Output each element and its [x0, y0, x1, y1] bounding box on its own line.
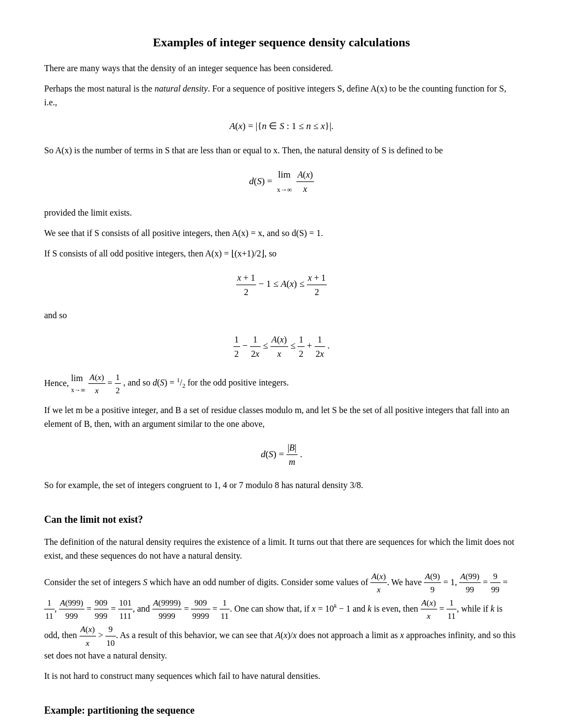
- intro-paragraph-2: Perhaps the most natural is the natural …: [44, 82, 519, 110]
- example-modulo-paragraph: So for example, the set of integers cong…: [44, 479, 519, 493]
- formula-inequality-2-display: 1 2 − 1 2x ≤ A(x) x ≤ 1 2 + 1 2x .: [44, 333, 519, 361]
- section1-title: Can the limit not exist?: [44, 512, 519, 528]
- formula-ds-lim-display: d(S) = limx→∞ A(x) x: [44, 168, 519, 197]
- modulo-paragraph: If we let m be a positive integer, and B…: [44, 404, 519, 431]
- formula-inequality-1-display: x + 1 2 − 1 ≤ A(x) ≤ x + 1 2: [44, 271, 519, 299]
- hence-prefix: Hence,: [44, 378, 71, 387]
- and-so-label: and so: [44, 309, 519, 323]
- we-see-paragraph: We see that if S consists of all positiv…: [44, 227, 519, 240]
- formula-ds-lim: d(S) = limx→∞ A(x) x: [249, 176, 314, 186]
- formula-ax-display: A(x) = |{n ∈ S : 1 ≤ n ≤ x}|.: [44, 119, 519, 133]
- section2-paragraph-1: Consider the sequence of numbers, S, whi…: [44, 726, 519, 728]
- formula-inequality-1: x + 1 2 − 1 ≤ A(x) ≤ x + 1 2: [236, 279, 327, 289]
- formula-ds-B: d(S) = |B| m .: [261, 449, 302, 459]
- formula-ds-B-display: d(S) = |B| m .: [44, 441, 519, 469]
- section1-paragraph-3: It is not hard to construct many sequenc…: [44, 670, 519, 683]
- section2-title: Example: partitioning the sequence: [44, 703, 519, 719]
- hence-suffix: , and so d(S) = 1/2 for the odd positive…: [123, 378, 289, 387]
- hence-paragraph: Hence, limx→∞ A(x) x = 1 2 , and so d(S)…: [44, 371, 519, 397]
- intro2-prefix: Perhaps the most natural is the: [44, 84, 155, 93]
- if-odd-paragraph: If S consists of all odd positive intege…: [44, 247, 519, 261]
- so-ax-paragraph: So A(x) is the number of terms in S that…: [44, 144, 519, 158]
- section1-paragraph-1: The definition of the natural density re…: [44, 536, 519, 563]
- page-title: Examples of integer sequence density cal…: [44, 33, 519, 52]
- section1-paragraph-2: Consider the set of integers S which hav…: [44, 570, 519, 663]
- formula-inequality-2: 1 2 − 1 2x ≤ A(x) x ≤ 1 2 + 1 2x .: [233, 340, 330, 351]
- provided-paragraph: provided the limit exists.: [44, 206, 519, 220]
- formula-ax: A(x) = |{n ∈ S : 1 ≤ n ≤ x}|.: [230, 121, 334, 131]
- intro2-italic: natural density: [155, 84, 208, 93]
- intro-paragraph-1: There are many ways that the density of …: [44, 62, 519, 76]
